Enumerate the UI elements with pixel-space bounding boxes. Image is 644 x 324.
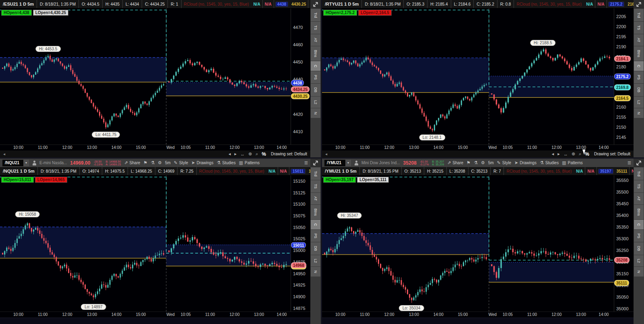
sidebar-tab-l2[interactable]: L2 xyxy=(311,255,320,266)
sidebar-tab-c[interactable]: C xyxy=(311,220,320,230)
sidebar-tab-l2[interactable]: L2 xyxy=(311,97,320,108)
analyze-flask-button[interactable]: ⚗ xyxy=(151,160,155,165)
bottom-scroll-strip[interactable] xyxy=(0,318,310,324)
sidebar-tab-ts[interactable]: TS xyxy=(634,22,644,34)
sidebar-tab-ts[interactable]: TS xyxy=(311,180,320,192)
sidebar-tab-ps[interactable]: PS xyxy=(311,230,320,242)
sidebar-tab-l2[interactable]: L2 xyxy=(634,255,644,266)
price-plot[interactable]: HOpen=15,011LOpen=14,965Hi: 15058Lo: 148… xyxy=(0,175,291,312)
time-axis[interactable]: 10:0011:0012:0013:0014:0015:00Wed10:0511… xyxy=(322,312,634,318)
page-left-icon[interactable]: ◂ xyxy=(552,151,554,157)
globe-session-icon[interactable]: ⊕ xyxy=(572,151,575,157)
globe-session-icon[interactable]: ⊕ xyxy=(248,151,252,157)
red-price-badge: 4434.25 xyxy=(291,87,310,93)
interval-button[interactable]: 5m xyxy=(165,161,171,165)
patterns-button[interactable]: ▥Patterns xyxy=(239,160,260,165)
style-button[interactable]: ✎Style xyxy=(497,160,511,165)
maximize-panel-icon[interactable] xyxy=(634,0,644,8)
sidebar-tab-c[interactable]: C xyxy=(634,220,644,230)
price-axis[interactable]: 441044204430444044504460447044384434.254… xyxy=(291,8,310,144)
price-axis[interactable]: 2145215021552160216521702175218021852190… xyxy=(614,8,634,144)
candlestick-canvas[interactable] xyxy=(0,175,291,312)
sidebar-tab-n[interactable]: N xyxy=(634,267,644,277)
symbol-dropdown[interactable]: /NQU21▾ xyxy=(2,160,29,166)
sidebar-tab-trd[interactable]: Trd xyxy=(311,167,320,180)
sidebar-tab-db[interactable]: DB xyxy=(311,242,320,255)
style-button[interactable]: ✎Style xyxy=(174,160,188,165)
sidebar-tab-c[interactable]: C xyxy=(311,61,320,71)
sidebar-tab-at[interactable]: AT xyxy=(634,34,644,46)
scrollbar-left-nub[interactable]: ◂ xyxy=(325,152,327,156)
symbol-input[interactable]: /YMU21 xyxy=(324,160,345,166)
price-tick: 15075 xyxy=(293,213,305,218)
chevron-down-icon[interactable]: ▾ xyxy=(23,160,29,166)
time-axis[interactable]: 10:0011:0012:0013:0014:0015:00Wed10:0511… xyxy=(322,144,634,151)
candlestick-canvas[interactable] xyxy=(322,175,614,312)
maximize-panel-icon[interactable] xyxy=(634,159,644,167)
share-button[interactable]: ⇗Share xyxy=(124,160,140,165)
bottom-scroll-strip[interactable] xyxy=(322,318,634,324)
time-axis[interactable]: 10:0011:0012:0013:0014:0015:00Wed10:0511… xyxy=(0,312,310,318)
sidebar-tab-ts[interactable]: TS xyxy=(634,180,644,192)
percent-scale-icon[interactable]: % xyxy=(262,151,266,157)
sidebar-tab-trd[interactable]: Trd xyxy=(311,9,320,21)
candlestick-canvas[interactable] xyxy=(0,8,291,144)
sidebar-tab-at[interactable]: AT xyxy=(311,34,320,46)
maximize-panel-icon[interactable] xyxy=(310,159,321,167)
sidebar-tab-trd[interactable]: Trd xyxy=(634,167,644,180)
interval-button[interactable]: 5m xyxy=(488,161,494,165)
time-axis[interactable]: 10:0011:0012:0013:0014:0015:00Wed10:0511… xyxy=(0,144,310,151)
drawings-button[interactable]: ➤Drawings xyxy=(191,160,213,165)
sidebar-tab-btns[interactable]: Btns xyxy=(311,46,320,61)
sidebar-tab-db[interactable]: DB xyxy=(311,84,320,96)
settings-gear-button[interactable]: ⚙ xyxy=(158,160,162,165)
drawings-button[interactable]: ➤Drawings xyxy=(514,160,537,165)
alerts-flag-button[interactable]: ⚑ xyxy=(466,160,471,165)
alerts-flag-button[interactable]: ⚑ xyxy=(143,160,147,165)
fit-width-icon[interactable]: ↔ xyxy=(564,152,568,157)
price-plot[interactable]: HOpen=35,197LOpen=35,111Hi: 35347Lo: 350… xyxy=(322,175,614,312)
price-plot[interactable]: HOpen=2,175.2LOpen=2,164.5Hi: 2188.5Lo: … xyxy=(322,8,614,144)
sidebar-tab-btns[interactable]: Btns xyxy=(311,205,320,219)
studies-button[interactable]: ⚗Studies xyxy=(217,160,235,165)
menu-hamburger-icon[interactable]: ☰ xyxy=(627,161,631,165)
zoom-magnifier-icon[interactable]: ⌕ xyxy=(256,151,258,157)
sidebar-tab-n[interactable]: N xyxy=(634,108,644,118)
analyze-flask-button[interactable]: ⚗ xyxy=(474,160,478,165)
sidebar-tab-btns[interactable]: Btns xyxy=(634,46,644,61)
sidebar-tab-db[interactable]: DB xyxy=(634,84,644,96)
scrollbar-left-nub[interactable]: ◂ xyxy=(3,152,5,156)
sidebar-tab-n[interactable]: N xyxy=(311,108,320,118)
sidebar-tab-trd[interactable]: Trd xyxy=(634,9,644,21)
sidebar-tab-at[interactable]: AT xyxy=(634,193,644,204)
symbol-dropdown[interactable]: /YMU21▾ xyxy=(324,160,351,166)
sidebar-tab-ps[interactable]: PS xyxy=(634,230,644,242)
maximize-panel-icon[interactable] xyxy=(310,0,321,8)
sidebar-tab-ps[interactable]: PS xyxy=(634,71,644,83)
page-right-icon[interactable]: ▸ xyxy=(557,151,560,157)
page-right-icon[interactable]: ▸ xyxy=(234,151,237,157)
price-axis[interactable]: 3500035050351003515035200352503530035350… xyxy=(614,175,634,312)
sidebar-tab-db[interactable]: DB xyxy=(634,242,644,255)
menu-hamburger-icon[interactable]: ☰ xyxy=(304,161,308,165)
sidebar-tab-l2[interactable]: L2 xyxy=(634,97,644,108)
page-left-icon[interactable]: ◂ xyxy=(229,151,231,157)
candlestick-canvas[interactable] xyxy=(322,8,614,144)
patterns-button[interactable]: ▥Patterns xyxy=(562,160,583,165)
fit-width-icon[interactable]: ↔ xyxy=(240,152,245,157)
price-axis[interactable]: 1487514900149251495014975150001502515050… xyxy=(291,175,310,312)
sidebar-tab-ps[interactable]: PS xyxy=(311,71,320,83)
settings-gear-button[interactable]: ⚙ xyxy=(481,160,485,165)
studies-button[interactable]: ⚗Studies xyxy=(540,160,559,165)
symbol-input[interactable]: /NQU21 xyxy=(2,160,23,166)
share-button[interactable]: ⇗Share xyxy=(447,160,463,165)
zoom-magnifier-icon[interactable]: ⌕ xyxy=(579,151,581,157)
sidebar-tab-at[interactable]: AT xyxy=(311,193,320,204)
tos-multi-chart-grid: TrdTSATBtnsCPSDBL2N/ESU21 1 D 5mD: 8/18/… xyxy=(0,0,644,324)
sidebar-tab-c[interactable]: C xyxy=(634,61,644,71)
sidebar-tab-btns[interactable]: Btns xyxy=(634,205,644,219)
price-plot[interactable]: HOpen=4,438LOpen=4,430.25Hi: 4453.5Lo: 4… xyxy=(0,8,291,144)
sidebar-tab-n[interactable]: N xyxy=(311,267,320,277)
sidebar-tab-ts[interactable]: TS xyxy=(311,22,320,34)
chevron-down-icon[interactable]: ▾ xyxy=(345,160,351,166)
